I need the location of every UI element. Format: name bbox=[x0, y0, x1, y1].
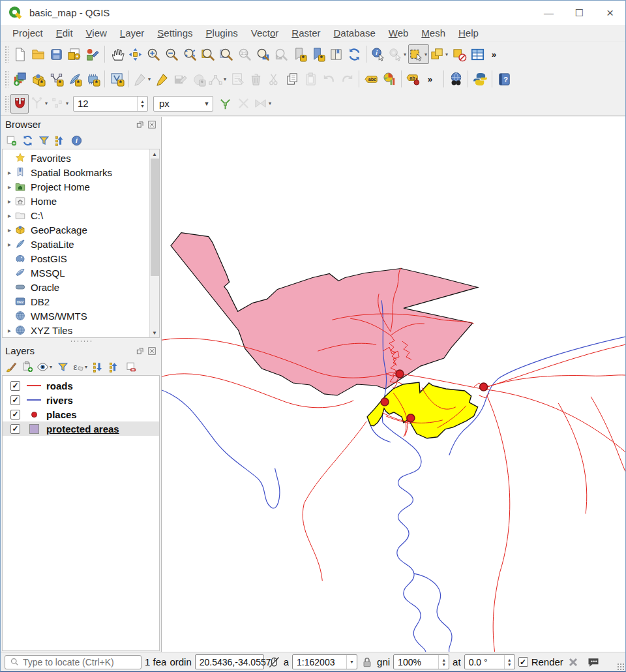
zoom-to-layer-button[interactable] bbox=[217, 44, 235, 64]
snapping-units-combo[interactable]: px ▼ bbox=[153, 96, 213, 112]
layer-checkbox[interactable]: ✓ bbox=[10, 424, 20, 434]
modify-attributes-button[interactable] bbox=[228, 69, 246, 89]
spinner-buttons[interactable]: ▲▼ bbox=[438, 655, 449, 669]
chevron-down-icon[interactable]: ▾ bbox=[147, 76, 152, 82]
maximize-button[interactable]: ☐ bbox=[564, 1, 595, 25]
menu-view[interactable]: View bbox=[80, 26, 113, 40]
browser-item-db2[interactable]: DB2DB2 bbox=[3, 294, 159, 309]
layout-manager-button[interactable] bbox=[65, 44, 83, 64]
chevron-down-icon[interactable]: ▾ bbox=[44, 100, 49, 106]
float-panel-icon[interactable] bbox=[136, 346, 145, 356]
zoom-full-button[interactable] bbox=[181, 44, 199, 64]
spinner-buttons[interactable]: ▲▼ bbox=[504, 655, 514, 669]
menu-layer[interactable]: Layer bbox=[113, 26, 151, 40]
expand-arrow-icon[interactable]: ▸ bbox=[5, 241, 14, 248]
cut-features-button[interactable] bbox=[265, 69, 283, 89]
filter-browser-button[interactable] bbox=[36, 132, 52, 148]
data-source-manager-button[interactable] bbox=[10, 69, 29, 89]
messages-icon[interactable] bbox=[587, 656, 600, 669]
delete-selected-button[interactable] bbox=[246, 69, 265, 89]
new-memory-layer-button[interactable]: * bbox=[83, 69, 102, 89]
current-edits-button[interactable]: ▾ bbox=[132, 69, 153, 89]
remove-layer-group-button[interactable] bbox=[123, 359, 138, 374]
snapping-toggle-button[interactable] bbox=[10, 94, 29, 114]
open-attribute-table-button[interactable] bbox=[468, 44, 486, 64]
locator-input[interactable] bbox=[22, 656, 138, 668]
chevron-down-icon[interactable]: ▾ bbox=[65, 100, 70, 106]
scroll-up-icon[interactable]: ▲ bbox=[152, 149, 157, 159]
layer-checkbox[interactable]: ✓ bbox=[10, 410, 20, 420]
zoom-last-button[interactable] bbox=[254, 44, 272, 64]
zoom-to-selection-button[interactable] bbox=[199, 44, 217, 64]
layer-checkbox[interactable]: ✓ bbox=[10, 381, 20, 391]
expand-arrow-icon[interactable]: ▸ bbox=[5, 327, 14, 334]
manage-map-themes-button[interactable]: ▾ bbox=[36, 359, 54, 374]
scrollbar-thumb[interactable] bbox=[151, 159, 159, 276]
open-layer-styling-button[interactable] bbox=[3, 359, 19, 374]
new-shapefile-layer-button[interactable]: * bbox=[47, 69, 65, 89]
toggle-editing-button[interactable] bbox=[153, 69, 171, 89]
float-panel-icon[interactable] bbox=[136, 120, 145, 129]
chevron-down-icon[interactable]: ▾ bbox=[268, 100, 273, 106]
chevron-down-icon[interactable]: ▾ bbox=[223, 76, 228, 82]
map-canvas[interactable] bbox=[162, 117, 625, 652]
collapse-all-layers-button[interactable] bbox=[106, 359, 122, 374]
menu-raster[interactable]: Raster bbox=[285, 26, 327, 40]
menu-plugins[interactable]: Plugins bbox=[200, 26, 245, 40]
layer-checkbox[interactable]: ✓ bbox=[10, 395, 20, 405]
refresh-map-button[interactable] bbox=[345, 44, 363, 64]
collapse-all-browser-button[interactable] bbox=[52, 132, 68, 148]
browser-item-spatial-bookmarks[interactable]: ▸Spatial Bookmarks bbox=[3, 165, 159, 179]
zoom-in-button[interactable] bbox=[144, 44, 162, 64]
run-feature-action-button[interactable]: ▾ bbox=[387, 44, 408, 64]
menu-vector[interactable]: Vector bbox=[245, 26, 286, 40]
browser-item-c[interactable]: ▸C:\ bbox=[3, 208, 159, 222]
new-virtual-layer-button[interactable]: * bbox=[108, 69, 126, 89]
new-spatialite-layer-button[interactable]: * bbox=[65, 69, 83, 89]
locator-search[interactable] bbox=[5, 655, 142, 669]
layer-item-protected-areas[interactable]: ✓protected areas bbox=[3, 421, 159, 436]
close-panel-icon[interactable] bbox=[147, 346, 156, 356]
undo-button[interactable] bbox=[320, 69, 338, 89]
pin-labels-button[interactable]: ab bbox=[404, 69, 423, 89]
zoom-native-button[interactable]: 1:1 bbox=[235, 44, 254, 64]
identify-features-button[interactable]: i bbox=[369, 44, 387, 64]
copy-features-button[interactable] bbox=[283, 69, 301, 89]
zoom-next-button[interactable] bbox=[272, 44, 290, 64]
refresh-browser-button[interactable] bbox=[20, 132, 35, 148]
expand-arrow-icon[interactable]: ▸ bbox=[5, 226, 14, 234]
toolbar-grip[interactable] bbox=[5, 46, 8, 63]
chevron-down-icon[interactable]: ▼ bbox=[346, 655, 357, 669]
enable-tracing-button[interactable]: ▾ bbox=[252, 94, 273, 114]
pan-map-button[interactable] bbox=[108, 44, 126, 64]
layer-item-places[interactable]: ✓places bbox=[3, 407, 159, 421]
layer-item-rivers[interactable]: ✓rivers bbox=[3, 393, 159, 407]
zoom-out-button[interactable] bbox=[162, 44, 181, 64]
layer-item-roads[interactable]: ✓roads bbox=[3, 378, 159, 393]
new-spatial-bookmark-button[interactable]: * bbox=[290, 44, 308, 64]
lock-scale-icon[interactable] bbox=[361, 656, 374, 669]
deselect-features-button[interactable] bbox=[450, 44, 468, 64]
chevron-down-icon[interactable]: ▾ bbox=[84, 364, 89, 370]
menu-mesh[interactable]: Mesh bbox=[415, 26, 452, 40]
rotation-spinbox[interactable]: 0.0 ° ▲▼ bbox=[464, 654, 515, 669]
spinner-buttons[interactable]: ▲▼ bbox=[137, 97, 147, 111]
python-console-button[interactable] bbox=[471, 69, 489, 89]
snap-on-segment-button[interactable]: ▾ bbox=[50, 94, 70, 114]
open-project-button[interactable] bbox=[29, 44, 47, 64]
render-checkbox[interactable]: ✓ bbox=[518, 657, 528, 667]
browser-item-favorites[interactable]: Favorites bbox=[3, 151, 159, 165]
toolbar-grip[interactable] bbox=[5, 70, 8, 87]
resize-grip[interactable] bbox=[617, 663, 625, 671]
menu-help[interactable]: Help bbox=[452, 26, 485, 40]
scroll-down-icon[interactable]: ▼ bbox=[152, 328, 157, 337]
snap-on-intersection-button[interactable] bbox=[234, 94, 252, 114]
chevron-down-icon[interactable]: ▾ bbox=[424, 52, 428, 57]
expand-arrow-icon[interactable]: ▸ bbox=[5, 169, 14, 176]
filter-legend-button[interactable] bbox=[55, 359, 70, 374]
browser-item-wms-wmts[interactable]: WMS/WMTS bbox=[3, 309, 159, 323]
metasearch-button[interactable] bbox=[447, 69, 465, 89]
magnifier-spinbox[interactable]: 100% ▲▼ bbox=[393, 654, 449, 669]
new-geopackage-layer-button[interactable]: * bbox=[29, 69, 47, 89]
browser-item-project-home[interactable]: ▸Project Home bbox=[3, 179, 159, 194]
